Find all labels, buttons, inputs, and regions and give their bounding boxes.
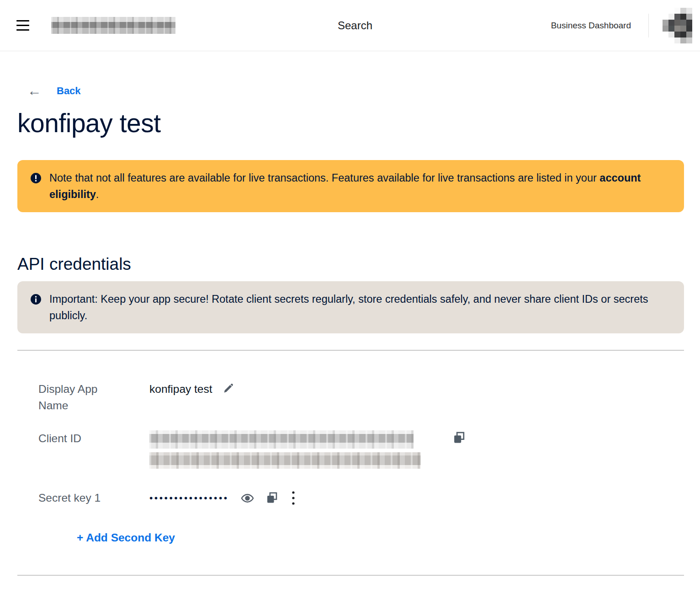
credentials-form: Display App Name konfipay test Client ID… xyxy=(38,381,684,545)
client-id-row: Client ID xyxy=(38,430,684,469)
navbar-divider xyxy=(648,14,649,37)
divider-bottom xyxy=(17,575,684,576)
more-options-kebab-icon[interactable] xyxy=(292,490,295,506)
business-dashboard-link[interactable]: Business Dashboard xyxy=(551,21,631,31)
menu-icon[interactable] xyxy=(16,20,29,31)
edit-pencil-icon[interactable] xyxy=(223,382,235,394)
warning-banner-text: Note that not all features are available… xyxy=(49,170,671,203)
show-secret-eye-icon[interactable] xyxy=(241,492,254,505)
copy-secret-key-icon[interactable] xyxy=(266,492,278,504)
secret-key-label: Secret key 1 xyxy=(38,490,115,506)
display-app-name-value: konfipay test xyxy=(149,381,212,397)
secret-key-masked-value: •••••••••••••••• xyxy=(149,490,229,506)
back-arrow-icon[interactable]: ← xyxy=(27,84,42,98)
copy-client-id-icon[interactable] xyxy=(453,431,465,444)
add-second-key-link[interactable]: + Add Second Key xyxy=(77,531,175,545)
search-nav-item[interactable]: Search xyxy=(338,19,372,32)
info-banner: Important: Keep your app secure! Rotate … xyxy=(17,281,684,333)
app-logo[interactable] xyxy=(51,17,175,34)
client-id-label: Client ID xyxy=(38,430,115,447)
client-id-value-redacted xyxy=(149,430,421,469)
avatar[interactable] xyxy=(663,8,692,43)
back-link[interactable]: Back xyxy=(57,84,81,98)
back-row: ← Back xyxy=(27,84,700,98)
exclamation-icon xyxy=(30,172,42,184)
secret-key-row: Secret key 1 •••••••••••••••• xyxy=(38,490,684,506)
warning-banner: Note that not all features are available… xyxy=(17,160,684,212)
client-id-blur-line-2 xyxy=(149,452,421,469)
divider-top xyxy=(17,350,684,351)
warning-text-after: . xyxy=(96,188,99,200)
info-banner-text: Important: Keep your app secure! Rotate … xyxy=(49,291,671,324)
api-credentials-heading: API credentials xyxy=(17,254,700,274)
navbar-right: Business Dashboard xyxy=(551,8,692,43)
page-title: konfipay test xyxy=(17,108,700,138)
warning-text-before: Note that not all features are available… xyxy=(49,172,599,184)
top-navbar: Search Business Dashboard xyxy=(0,0,700,51)
display-app-name-label: Display App Name xyxy=(38,381,115,414)
info-icon xyxy=(30,294,42,305)
display-app-name-row: Display App Name konfipay test xyxy=(38,381,684,414)
client-id-blur-line-1 xyxy=(149,430,414,449)
